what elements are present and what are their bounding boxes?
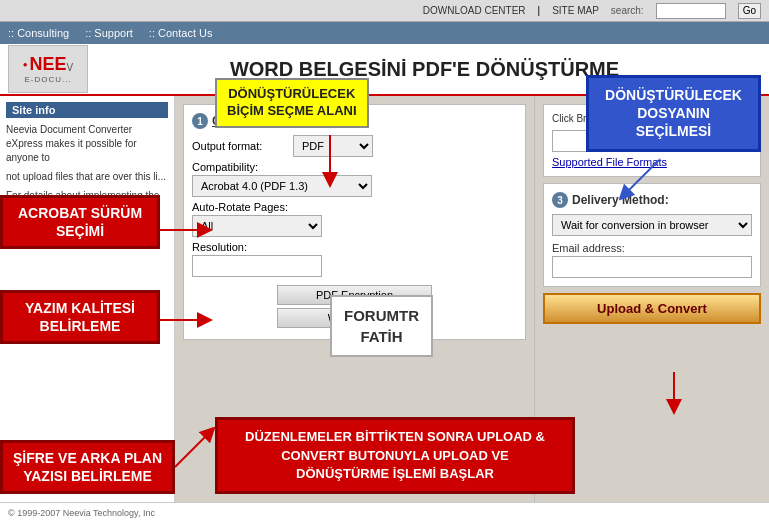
go-button[interactable]: Go [738, 3, 761, 19]
nav-support[interactable]: :: Support [85, 27, 133, 39]
step3-circle: 3 [552, 192, 568, 208]
arrow-resolution [155, 305, 215, 335]
arrow-format [300, 130, 360, 190]
download-center-link[interactable]: DOWNLOAD CENTER [423, 5, 526, 16]
annotation-file-selection: DÖNÜŞTÜRÜLECEK DOSYANIN SEÇİLMESİ [586, 75, 761, 152]
email-input[interactable] [552, 256, 752, 278]
delivery-method-select[interactable]: Wait for conversion in browser Email [552, 214, 752, 236]
search-label: search: [611, 5, 644, 16]
nav-contact[interactable]: :: Contact Us [149, 27, 213, 39]
annotation-acrobat-version: ACROBAT SÜRÜM SEÇİMİ [0, 195, 160, 249]
email-label: Email address: [552, 242, 752, 254]
nav-bar: :: Consulting :: Support :: Contact Us [0, 22, 769, 44]
resolution-label: Resolution: [192, 241, 517, 253]
divider: | [538, 5, 541, 16]
annotation-forumtr: FORUMTR FATİH [330, 295, 433, 357]
arrow-acrobat [155, 215, 215, 245]
resolution-input[interactable]: 300 [192, 255, 322, 277]
nav-consulting[interactable]: :: Consulting [8, 27, 69, 39]
upload-convert-button[interactable]: Upload & Convert [543, 293, 761, 324]
arrow-upload [649, 367, 699, 417]
site-map-link[interactable]: SITE MAP [552, 5, 599, 16]
annotation-upload-convert: DÜZENLEMELER BİTTİKTEN SONRA UPLOAD & CO… [215, 417, 575, 494]
sidebar-para2: not upload files that are over this li..… [6, 170, 168, 184]
annotation-format-selection: DÖNÜŞTÜRÜLECEK BİÇİM SEÇME ALANI [215, 78, 369, 128]
copyright: © 1999-2007 Neevia Technology, Inc [8, 508, 155, 518]
arrow-file [619, 155, 669, 205]
top-bar: DOWNLOAD CENTER | SITE MAP search: Go [0, 0, 769, 22]
logo: ● NEE V E-DOCU... [8, 45, 88, 93]
auto-rotate-row: Auto-Rotate Pages: All None [192, 201, 517, 237]
page-title: WORD BELGESİNİ PDF'E DÖNÜŞTÜRME [230, 58, 619, 80]
footer: © 1999-2007 Neevia Technology, Inc [0, 502, 769, 522]
step1-circle: 1 [192, 113, 208, 129]
svg-line-4 [175, 432, 210, 467]
arrow-encryption [170, 427, 220, 477]
site-info-title: Site info [6, 102, 168, 118]
svg-line-1 [624, 160, 659, 195]
search-input[interactable] [656, 3, 726, 19]
resolution-row: Resolution: 300 [192, 241, 517, 277]
annotation-encryption: ŞİFRE VE ARKA PLAN YAZISI BELİRLEME [0, 440, 175, 494]
annotation-resolution: YAZIM KALİTESİ BELİRLEME [0, 290, 160, 344]
auto-rotate-label: Auto-Rotate Pages: [192, 201, 517, 213]
output-format-label: Output format: [192, 140, 287, 152]
sidebar-para1: Neevia Document Converter eXpress makes … [6, 123, 168, 165]
